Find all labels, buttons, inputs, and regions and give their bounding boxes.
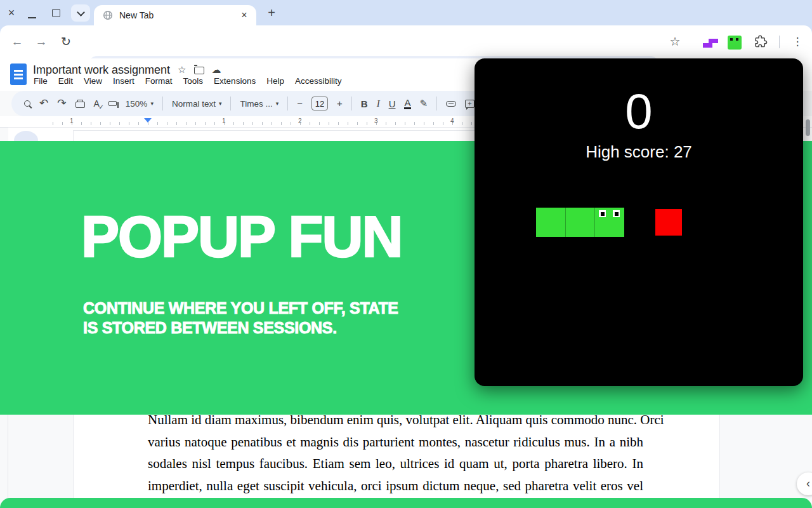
scrollbar-thumb[interactable]	[806, 119, 810, 136]
document-text[interactable]: Nullam id diam maximus, bibendum enim qu…	[148, 409, 643, 497]
tab-close-icon[interactable]: ×	[239, 5, 250, 25]
docs-app: Important work assignment ☆ ☁ File Edit …	[0, 58, 812, 508]
extensions-puzzle-icon[interactable]	[754, 35, 768, 49]
snake-icon-eye	[730, 38, 733, 41]
ruler-label: 3	[374, 116, 378, 127]
window-minimize-icon[interactable]	[28, 17, 36, 18]
text-color-button[interactable]: A	[404, 98, 410, 109]
toolbar-separator	[287, 97, 288, 110]
underline-button[interactable]: U	[389, 98, 396, 109]
italic-button[interactable]: I	[377, 98, 380, 109]
window-close-icon[interactable]: ×	[4, 0, 19, 25]
ruler-label: 2	[298, 116, 302, 127]
toolbar-separator	[351, 97, 352, 110]
doc-star-icon[interactable]: ☆	[178, 64, 186, 76]
doc-line: varius natoque penatibus et magnis dis p…	[148, 431, 643, 453]
font-size-input[interactable]: 12	[311, 97, 328, 110]
style-value: Normal text	[172, 99, 216, 109]
tab-title: New Tab	[119, 5, 154, 25]
window-menu-button[interactable]	[71, 4, 90, 22]
docs-search-icon[interactable]	[24, 100, 30, 107]
menu-edit[interactable]: Edit	[58, 76, 73, 86]
increase-font-icon[interactable]: +	[337, 91, 343, 116]
snake-extension-icon[interactable]	[728, 36, 742, 50]
insert-comment-icon[interactable]: +	[465, 100, 475, 108]
decrease-font-icon[interactable]: −	[297, 91, 303, 116]
move-folder-icon[interactable]	[194, 67, 204, 74]
toolbar-divider	[779, 36, 780, 48]
print-icon[interactable]	[75, 102, 85, 108]
zoom-select[interactable]: 150% ▾	[126, 99, 154, 109]
tetris-block	[703, 43, 712, 48]
ruler-label: 1	[70, 116, 74, 127]
font-value: Times ...	[240, 99, 272, 109]
score-value: 0	[625, 83, 652, 140]
doc-title-row: Important work assignment ☆ ☁	[33, 64, 221, 76]
cloud-status-icon[interactable]: ☁	[212, 64, 221, 76]
menu-extensions[interactable]: Extensions	[214, 76, 256, 86]
back-icon[interactable]: ←	[9, 25, 25, 58]
menu-insert[interactable]: Insert	[113, 76, 134, 86]
zoom-value: 150%	[126, 99, 148, 109]
snake-icon-eye	[736, 38, 738, 41]
snake-pupil	[615, 212, 619, 216]
menu-tools[interactable]: Tools	[183, 76, 204, 86]
tetris-block	[709, 39, 718, 43]
toolbar-separator	[230, 97, 231, 110]
browser-tab[interactable]: New Tab ×	[94, 5, 256, 25]
chevron-down-icon: ▾	[219, 100, 222, 107]
snake-pupil	[601, 212, 605, 216]
screen: × New Tab × + ← → ↻ Search No Search or …	[0, 0, 812, 508]
snake-game-popup[interactable]: 0 High score: 27	[475, 58, 803, 386]
menu-file[interactable]: File	[34, 76, 48, 86]
undo-icon[interactable]: ↶	[39, 91, 48, 116]
tetris-extension-icon[interactable]	[703, 39, 718, 48]
promo-subtitle-line2: IS STORED BETWEEN SESSIONS.	[83, 318, 398, 338]
indent-marker[interactable]	[144, 118, 152, 126]
docs-file-icon[interactable]	[10, 64, 27, 85]
browser-menu-icon[interactable]: ⋮	[790, 25, 804, 58]
ruler-label: 4	[450, 116, 454, 127]
chevron-down-icon: ▾	[150, 100, 154, 107]
toolbar-separator	[436, 97, 437, 110]
docs-icon-lines	[14, 70, 23, 72]
bold-button[interactable]: B	[361, 98, 368, 109]
food-square	[655, 209, 682, 236]
doc-line: imperdiet, nulla eget suscipit vehicula,…	[148, 475, 643, 497]
chevron-down-icon	[77, 8, 85, 17]
browser-toolbar: ← → ↻ Search No Search or type a URL ☆ ⋮	[0, 25, 812, 58]
snake-body	[536, 208, 624, 237]
toolbar-separator	[162, 97, 163, 110]
chevron-down-icon: ▾	[276, 100, 279, 107]
doc-title[interactable]: Important work assignment	[33, 64, 170, 77]
insert-link-icon[interactable]	[446, 101, 456, 107]
bookmark-star-icon[interactable]: ☆	[667, 25, 683, 58]
menu-help[interactable]: Help	[266, 76, 284, 86]
ruler-ticks	[53, 122, 476, 125]
browser-titlebar: × New Tab × +	[0, 0, 812, 25]
window-maximize-icon[interactable]	[52, 9, 60, 17]
forward-icon[interactable]: →	[33, 25, 49, 58]
snake-eye	[613, 210, 620, 217]
highlighter-icon[interactable]: ✎	[420, 91, 428, 116]
new-tab-button[interactable]: +	[263, 0, 280, 25]
menu-view[interactable]: View	[84, 76, 102, 86]
menu-accessibility[interactable]: Accessibility	[295, 76, 342, 86]
menu-format[interactable]: Format	[145, 76, 173, 86]
bottom-green-banner	[0, 498, 812, 508]
reload-icon[interactable]: ↻	[58, 25, 74, 58]
promo-subtitle: CONTINUE WHERE YOU LEFT OFF, STATE IS ST…	[83, 298, 398, 338]
globe-icon	[103, 10, 113, 20]
gutter-line	[8, 415, 8, 498]
snake-eye	[599, 210, 606, 217]
promo-heading: POPUP FUN	[81, 204, 402, 270]
spellcheck-icon[interactable]: A✓	[94, 98, 100, 109]
redo-icon[interactable]: ↷	[57, 91, 66, 116]
side-panel-collapse-button[interactable]: ‹	[797, 472, 812, 495]
promo-subtitle-line1: CONTINUE WHERE YOU LEFT OFF, STATE	[83, 298, 398, 318]
high-score-label: High score: 27	[586, 142, 692, 162]
paint-format-icon[interactable]	[108, 101, 117, 106]
paragraph-style-select[interactable]: Normal text ▾	[172, 99, 222, 109]
doc-line: sodales nisl tempus faucibus. Etiam sem …	[148, 453, 643, 475]
font-select[interactable]: Times ... ▾	[240, 99, 278, 109]
